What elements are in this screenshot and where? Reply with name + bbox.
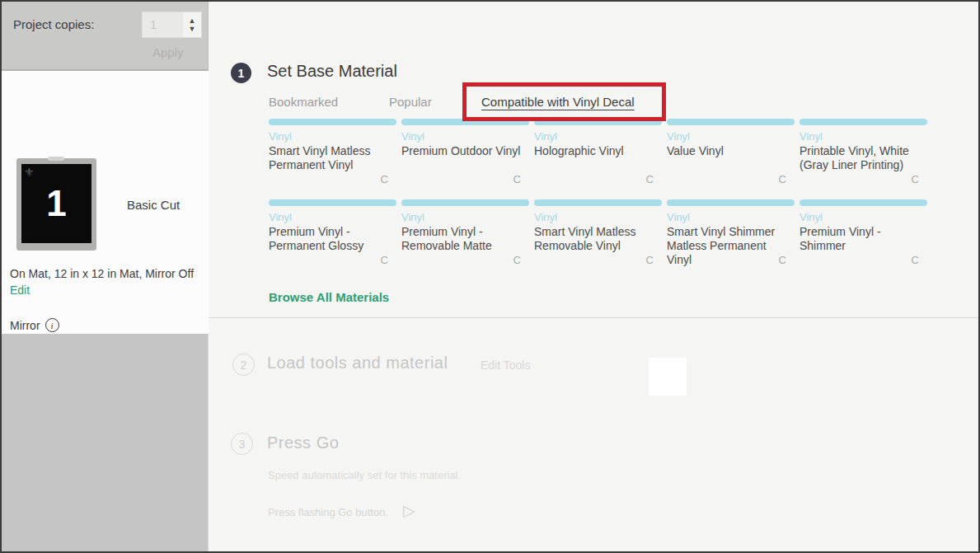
tab-popular[interactable]: Popular xyxy=(389,95,432,109)
step2-title: Load tools and material xyxy=(267,354,448,373)
sidebar-empty-area xyxy=(2,334,209,553)
materials-row-1: Vinyl Smart Vinyl Matless Permanent Viny… xyxy=(269,119,927,183)
material-color-bar xyxy=(534,119,662,125)
compatibility-badge: C xyxy=(381,173,388,185)
browse-all-materials-link[interactable]: Browse All Materials xyxy=(269,290,389,304)
mat-preview-area: ⚜ 1 xyxy=(21,164,91,243)
material-color-bar xyxy=(667,199,795,206)
apply-button[interactable]: Apply xyxy=(152,45,184,59)
mat-thumbnail[interactable]: ⚜ 1 xyxy=(16,158,96,251)
material-card[interactable]: Vinyl Premium Vinyl - Shimmer C xyxy=(799,199,927,264)
info-icon[interactable]: i xyxy=(45,318,59,332)
material-category: Vinyl xyxy=(667,211,795,223)
mat-preview-section: ⚜ 1 Basic Cut On Mat, 12 in x 12 in Mat,… xyxy=(2,71,209,334)
material-card[interactable]: Vinyl Premium Outdoor Vinyl C xyxy=(401,119,529,183)
tab-compatible[interactable]: Compatible with Vinyl Decal xyxy=(481,95,635,109)
material-color-bar xyxy=(799,119,927,125)
compatibility-badge: C xyxy=(779,173,786,185)
material-name: Holographic Vinyl xyxy=(534,144,662,158)
sidebar: Project copies: 1 ▲ ▼ Apply ⚜ 1 Basic Cu… xyxy=(2,2,209,551)
edit-tools-link[interactable]: Edit Tools xyxy=(481,359,530,372)
material-card[interactable]: Vinyl Value Vinyl C xyxy=(667,119,795,183)
compatibility-badge: C xyxy=(513,173,521,185)
speed-note: Speed automatically set for this materia… xyxy=(268,469,461,481)
compatibility-badge: C xyxy=(646,254,654,266)
compatibility-badge: C xyxy=(912,254,919,266)
mirror-label: Mirror xyxy=(10,319,40,332)
material-card[interactable]: Vinyl Smart Vinyl Matless Removable Viny… xyxy=(534,199,662,264)
material-category: Vinyl xyxy=(799,130,927,143)
press-go-note: Press flashing Go button. xyxy=(268,506,388,518)
compatibility-badge: C xyxy=(513,254,521,266)
material-category: Vinyl xyxy=(799,211,927,223)
material-color-bar xyxy=(799,199,927,206)
material-category: Vinyl xyxy=(401,211,529,223)
material-name: Smart Vinyl Shimmer Matless Permanent Vi… xyxy=(667,225,795,267)
material-name: Value Vinyl xyxy=(667,144,795,158)
material-card[interactable]: Vinyl Smart Vinyl Matless Permanent Viny… xyxy=(269,119,396,183)
make-it-screen: Project copies: 1 ▲ ▼ Apply ⚜ 1 Basic Cu… xyxy=(0,0,980,553)
stepper-up-icon[interactable]: ▲ xyxy=(189,17,196,24)
mirror-row: Mirror i xyxy=(10,318,59,332)
material-name: Premium Vinyl - Removable Matte xyxy=(401,225,529,253)
main-panel: 1 Set Base Material Bookmarked Popular C… xyxy=(209,2,980,551)
material-card[interactable]: Vinyl Printable Vinyl, White (Gray Liner… xyxy=(799,119,927,183)
project-copies-value: 1 xyxy=(150,17,157,31)
compatibility-badge: C xyxy=(646,173,654,185)
redacted-area xyxy=(649,358,687,396)
step3-title: Press Go xyxy=(267,433,339,452)
material-color-bar xyxy=(401,119,529,125)
edit-mat-link[interactable]: Edit xyxy=(10,284,30,297)
compatibility-badge: C xyxy=(779,254,786,266)
material-category: Vinyl xyxy=(667,130,795,143)
material-name: Printable Vinyl, White (Gray Liner Print… xyxy=(799,144,927,172)
material-name: Smart Vinyl Matless Removable Vinyl xyxy=(534,225,662,253)
material-color-bar xyxy=(269,199,396,206)
material-category: Vinyl xyxy=(269,130,396,143)
material-color-bar xyxy=(534,199,662,206)
step2-number-badge: 2 xyxy=(232,354,255,376)
project-copies-label: Project copies: xyxy=(13,17,94,31)
material-name: Smart Vinyl Matless Permanent Vinyl xyxy=(269,144,396,172)
stepper-down-icon[interactable]: ▼ xyxy=(189,26,196,32)
cut-type-label: Basic Cut xyxy=(127,198,180,212)
material-name: Premium Outdoor Vinyl xyxy=(401,144,529,158)
step1-title: Set Base Material xyxy=(267,62,397,81)
project-copies-input[interactable]: 1 ▲ ▼ xyxy=(142,12,202,38)
design-preview-icon: ⚜ xyxy=(24,166,35,179)
materials-row-2: Vinyl Premium Vinyl - Permanent Glossy C… xyxy=(269,199,927,264)
compatibility-badge: C xyxy=(912,173,919,185)
mat-notch xyxy=(48,157,64,161)
mat-number: 1 xyxy=(46,183,66,224)
material-card[interactable]: Vinyl Holographic Vinyl C xyxy=(534,119,662,183)
material-name: Premium Vinyl - Shimmer xyxy=(799,225,927,253)
material-color-bar xyxy=(667,119,795,125)
compatibility-badge: C xyxy=(381,254,388,266)
section-divider xyxy=(209,317,980,318)
material-name: Premium Vinyl - Permanent Glossy xyxy=(269,225,396,253)
material-category: Vinyl xyxy=(534,130,662,143)
material-color-bar xyxy=(401,199,529,206)
tab-bookmarked[interactable]: Bookmarked xyxy=(269,95,338,109)
step1-number-badge: 1 xyxy=(231,63,251,83)
step3-number-badge: 3 xyxy=(231,433,253,455)
go-button-icon: ▷ xyxy=(403,501,415,520)
material-category: Vinyl xyxy=(534,211,662,223)
material-card[interactable]: Vinyl Premium Vinyl - Removable Matte C xyxy=(401,199,529,264)
material-card[interactable]: Vinyl Premium Vinyl - Permanent Glossy C xyxy=(269,199,396,264)
mat-info-text: On Mat, 12 in x 12 in Mat, Mirror Off xyxy=(10,267,206,280)
material-category: Vinyl xyxy=(269,211,396,223)
project-copies-panel: Project copies: 1 ▲ ▼ Apply xyxy=(2,2,209,71)
copies-stepper[interactable]: ▲ ▼ xyxy=(183,12,201,37)
material-card[interactable]: Vinyl Smart Vinyl Shimmer Matless Perman… xyxy=(667,199,795,264)
material-category: Vinyl xyxy=(401,130,529,143)
material-color-bar xyxy=(269,119,396,125)
